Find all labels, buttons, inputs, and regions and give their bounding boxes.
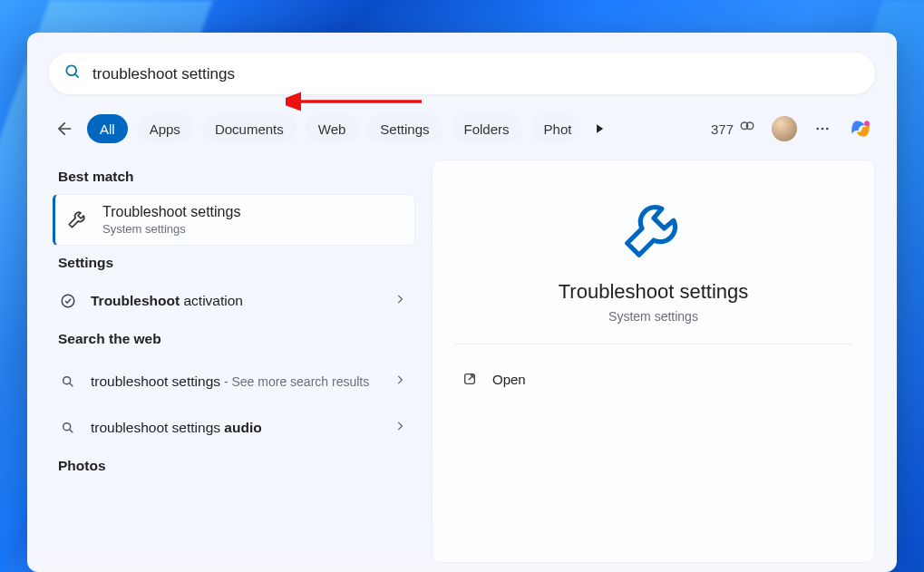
tab-documents[interactable]: Documents: [202, 114, 297, 143]
chevron-right-icon: [394, 420, 406, 436]
filter-tabs-row: All Apps Documents Web Settings Folders …: [49, 111, 875, 147]
svg-point-7: [822, 128, 824, 131]
best-match-card[interactable]: Troubleshoot settings System settings: [53, 194, 415, 246]
best-match-title: Troubleshoot settings: [102, 204, 240, 220]
results-panel: Best match Troubleshoot settings System …: [53, 160, 415, 563]
open-external-icon: [460, 372, 480, 386]
photos-section-header: Photos: [58, 458, 415, 474]
annotation-arrow: [286, 89, 431, 114]
tab-all[interactable]: All: [87, 114, 128, 143]
best-match-header: Best match: [58, 169, 415, 185]
more-button[interactable]: [808, 114, 837, 143]
tab-web[interactable]: Web: [306, 114, 359, 143]
web-result-audio[interactable]: troubleshoot settings audio: [53, 407, 415, 449]
svg-point-10: [62, 295, 74, 307]
search-input[interactable]: [91, 64, 861, 84]
svg-line-12: [70, 383, 73, 387]
best-match-subtitle: System settings: [102, 222, 240, 236]
tab-folders[interactable]: Folders: [452, 114, 522, 143]
tabs-scroll-next[interactable]: [588, 114, 611, 143]
divider: [454, 344, 852, 344]
svg-point-9: [864, 121, 870, 126]
search-web-header: Search the web: [58, 331, 415, 347]
settings-section-header: Settings: [58, 255, 415, 271]
chevron-right-icon: [394, 373, 406, 390]
preview-panel: Troubleshoot settings System settings Op…: [432, 160, 875, 563]
tab-apps[interactable]: Apps: [137, 114, 193, 143]
svg-line-1: [75, 74, 79, 78]
back-button[interactable]: [49, 114, 78, 143]
tab-settings[interactable]: Settings: [367, 114, 442, 143]
medal-icon: [739, 120, 755, 139]
search-bar[interactable]: [49, 53, 875, 94]
search-icon: [58, 374, 78, 389]
open-action[interactable]: Open: [454, 361, 852, 397]
tab-photos-partial[interactable]: Phot: [531, 114, 579, 143]
preview-title: Troubleshoot settings: [559, 280, 749, 304]
svg-point-6: [816, 128, 819, 131]
wrench-icon: [66, 207, 90, 234]
user-avatar[interactable]: [772, 116, 797, 141]
svg-point-8: [826, 128, 829, 131]
chevron-right-icon: [394, 293, 406, 309]
svg-point-13: [63, 423, 71, 431]
settings-item-troubleshoot-activation[interactable]: Troubleshoot activation: [53, 280, 415, 322]
rewards-points[interactable]: 377: [711, 120, 755, 139]
svg-point-11: [63, 377, 71, 384]
preview-subtitle: System settings: [608, 309, 698, 324]
search-window: All Apps Documents Web Settings Folders …: [27, 33, 897, 572]
search-icon: [63, 63, 82, 84]
check-circle-icon: [58, 293, 78, 309]
web-result-see-more[interactable]: troubleshoot settings - See more search …: [53, 356, 415, 407]
copilot-icon[interactable]: [846, 114, 875, 143]
svg-line-14: [70, 430, 73, 433]
svg-point-0: [66, 65, 76, 75]
wrench-icon: [618, 193, 689, 267]
search-icon: [58, 421, 78, 435]
